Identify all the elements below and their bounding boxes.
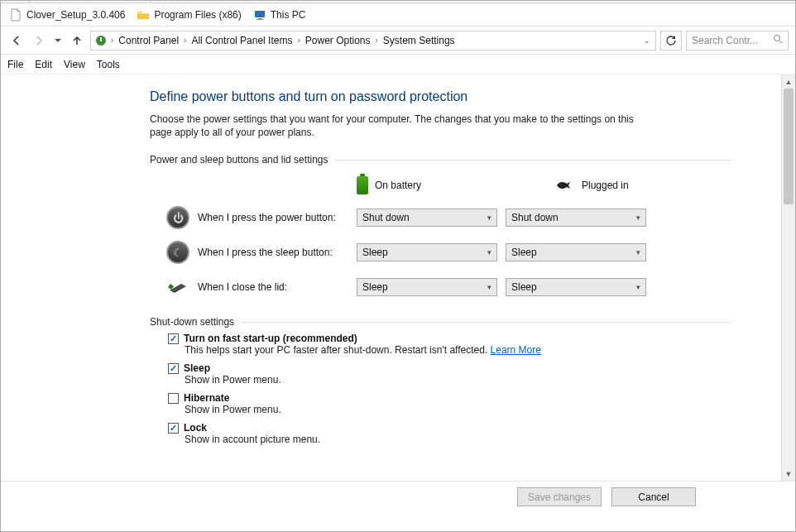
chevron-right-icon[interactable]: ›: [111, 36, 113, 45]
forward-button[interactable]: [30, 31, 48, 50]
navigation-bar: › Control Panel › All Control Panel Item…: [1, 26, 795, 55]
column-on-battery: On battery: [375, 180, 421, 191]
bookmark-item[interactable]: Clover_Setup_3.0.406: [9, 3, 125, 26]
checkbox-sleep[interactable]: [168, 363, 179, 374]
svg-point-8: [774, 36, 780, 41]
breadcrumb-item[interactable]: Control Panel: [117, 31, 180, 50]
hibernate-desc: Show in Power menu.: [185, 404, 731, 415]
file-icon: [9, 8, 22, 22]
chevron-down-icon: ▾: [636, 248, 640, 256]
power-on-battery-select[interactable]: Shut down▾: [357, 208, 497, 227]
menu-view[interactable]: View: [64, 59, 85, 70]
plug-icon: [555, 180, 575, 191]
cancel-button[interactable]: Cancel: [611, 487, 696, 506]
refresh-button[interactable]: [660, 31, 682, 50]
row-label-power: When I press the power button:: [198, 212, 336, 223]
lid-on-battery-select[interactable]: Sleep▾: [357, 278, 497, 296]
search-placeholder: Search Contr...: [692, 35, 758, 46]
chevron-down-icon: ▾: [487, 283, 492, 291]
up-button[interactable]: [68, 31, 86, 50]
scroll-down-icon[interactable]: ▼: [782, 467, 795, 481]
fast-startup-desc: This helps start your PC faster after sh…: [185, 344, 491, 356]
lid-plugged-select[interactable]: Sleep▾: [506, 278, 646, 296]
address-bar[interactable]: › Control Panel › All Control Panel Item…: [90, 31, 656, 50]
breadcrumb-item[interactable]: All Control Panel Items: [189, 31, 294, 50]
breadcrumb-item[interactable]: Power Options: [304, 31, 372, 50]
svg-rect-3: [255, 11, 265, 17]
save-changes-button[interactable]: Save changes: [517, 487, 602, 506]
pc-icon: [253, 8, 266, 22]
scroll-up-icon[interactable]: ▲: [782, 74, 795, 89]
row-label-lid: When I close the lid:: [198, 281, 287, 293]
menu-edit[interactable]: Edit: [35, 59, 52, 70]
power-plugged-select[interactable]: Shut down▾: [506, 208, 646, 227]
scroll-thumb[interactable]: [784, 89, 794, 204]
bookmark-label: Clover_Setup_3.0.406: [26, 9, 125, 21]
sleep-button-icon: ☾: [166, 241, 189, 264]
lid-icon: [166, 279, 189, 295]
svg-rect-4: [258, 18, 261, 19]
search-input[interactable]: Search Contr...: [686, 31, 789, 50]
browser-tab-active[interactable]: System Settings ×: [29, 0, 151, 2]
bookmark-item[interactable]: Program Files (x86): [137, 3, 241, 26]
power-button-icon: ⏻: [166, 206, 189, 229]
sleep-plugged-select[interactable]: Sleep▾: [506, 243, 646, 261]
chevron-right-icon[interactable]: ›: [184, 36, 186, 45]
sleep-desc: Show in Power menu.: [185, 374, 731, 386]
vertical-scrollbar[interactable]: ▲ ▼: [781, 74, 795, 481]
lock-desc: Show in account picture menu.: [185, 434, 731, 445]
tab-strip: System Settings ×: [1, 0, 795, 3]
bookmarks-bar: Clover_Setup_3.0.406 Program Files (x86)…: [1, 3, 795, 26]
chevron-right-icon[interactable]: ›: [376, 36, 378, 45]
row-label-sleep: When I press the sleep button:: [198, 247, 333, 258]
checkbox-hibernate[interactable]: [168, 393, 179, 404]
chevron-down-icon: ▾: [636, 283, 640, 291]
svg-rect-5: [257, 19, 263, 20]
back-button[interactable]: [7, 31, 26, 50]
section-shutdown-header: Shut-down settings: [150, 316, 731, 328]
section-power-buttons-header: Power and sleep buttons and lid settings: [150, 154, 731, 165]
battery-icon: [357, 176, 368, 194]
wrench-icon[interactable]: [6, 0, 26, 2]
breadcrumb-item[interactable]: System Settings: [381, 31, 457, 50]
power-options-icon: [94, 34, 108, 47]
page-title: Define power buttons and turn on passwor…: [150, 89, 731, 104]
menu-bar: File Edit View Tools: [1, 55, 795, 74]
checkbox-lock[interactable]: [168, 423, 179, 434]
search-icon: [773, 34, 783, 46]
chevron-down-icon: ▾: [487, 248, 492, 256]
bookmark-label: This PC: [271, 9, 306, 21]
bookmark-item[interactable]: This PC: [253, 3, 306, 26]
menu-tools[interactable]: Tools: [97, 59, 120, 70]
fast-startup-label: Turn on fast start-up (recommended): [184, 333, 357, 344]
sleep-label: Sleep: [184, 362, 210, 374]
column-plugged-in: Plugged in: [582, 180, 629, 191]
chevron-right-icon[interactable]: ›: [297, 36, 300, 45]
learn-more-link[interactable]: Learn More: [491, 344, 541, 356]
menu-file[interactable]: File: [7, 59, 23, 70]
footer: Save changes Cancel: [1, 481, 795, 512]
bookmark-label: Program Files (x86): [154, 9, 241, 21]
folder-icon: [137, 8, 150, 22]
page-subtitle: Choose the power settings that you want …: [150, 113, 646, 139]
chevron-down-icon: ▾: [487, 213, 492, 222]
chevron-down-icon: ▾: [636, 213, 640, 222]
lock-label: Lock: [184, 422, 207, 434]
checkbox-fast-startup[interactable]: [168, 333, 179, 344]
recent-dropdown-icon[interactable]: [52, 31, 64, 50]
sleep-on-battery-select[interactable]: Sleep▾: [357, 243, 497, 261]
hibernate-label: Hibernate: [184, 392, 229, 404]
chevron-down-icon[interactable]: ⌄: [644, 36, 650, 45]
content-area: Define power buttons and turn on passwor…: [1, 74, 781, 481]
svg-rect-7: [100, 37, 102, 41]
